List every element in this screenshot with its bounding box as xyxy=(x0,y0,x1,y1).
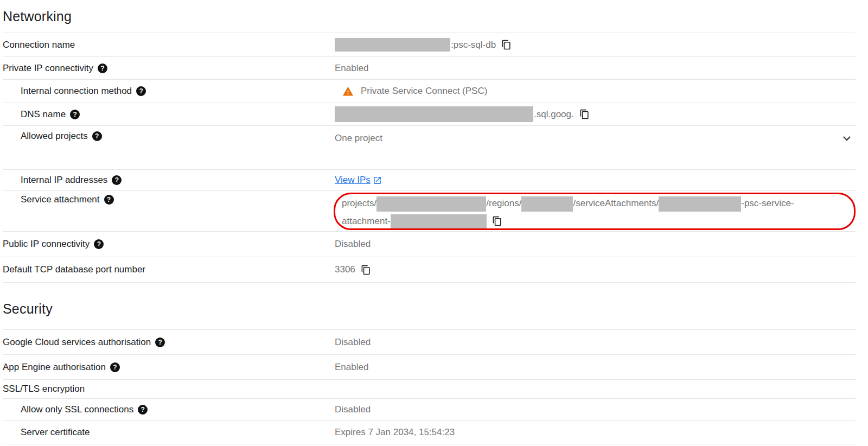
path-segment: /serviceAttachments/ xyxy=(573,198,659,208)
ssl-tls-label: SSL/TLS encryption xyxy=(3,384,85,394)
row-label: Default TCP database port number xyxy=(3,264,335,275)
gcs-auth-value: Disabled xyxy=(335,337,856,348)
redacted-project xyxy=(376,196,486,212)
row-label: Private IP connectivity ? xyxy=(3,63,335,74)
path-segment: -psc-service- xyxy=(741,198,794,208)
row-value: :psc-sql-db xyxy=(335,38,856,52)
copy-icon[interactable] xyxy=(492,216,502,226)
row-label: DNS name ? xyxy=(3,109,335,120)
path-segment: attachment- xyxy=(342,216,391,226)
help-icon[interactable]: ? xyxy=(94,239,104,249)
external-link-icon[interactable] xyxy=(373,176,382,185)
row-dns-name: DNS name ? .sql.goog. xyxy=(3,103,856,126)
connection-name-value: :psc-sql-db xyxy=(451,40,496,50)
row-internal-ip-addresses: Internal IP addresses ? View IPs xyxy=(3,170,856,191)
row-label: App Engine authorisation ? xyxy=(3,362,335,373)
port-value: 3306 xyxy=(335,264,355,275)
copy-icon[interactable] xyxy=(579,109,590,119)
section-title-security: Security xyxy=(3,300,856,317)
networking-table: Connection name :psc-sql-db Private IP c… xyxy=(3,33,856,283)
row-public-ip-connectivity: Public IP connectivity ? Disabled xyxy=(3,232,856,257)
warning-icon xyxy=(342,86,354,97)
help-icon[interactable]: ? xyxy=(112,175,122,185)
help-icon[interactable]: ? xyxy=(138,405,148,415)
row-value: View IPs xyxy=(335,175,856,186)
row-label: Google Cloud services authorisation ? xyxy=(3,337,335,348)
server-cert-label: Server certificate xyxy=(21,427,90,438)
row-allowed-projects: Allowed projects ? One project xyxy=(3,126,856,170)
help-icon[interactable]: ? xyxy=(70,110,80,119)
help-icon[interactable]: ? xyxy=(136,86,146,96)
public-ip-label: Public IP connectivity xyxy=(3,239,90,250)
redacted-attachment-name xyxy=(659,196,741,212)
help-icon[interactable]: ? xyxy=(92,131,102,141)
sql-instance-details-page: Networking Connection name :psc-sql-db P… xyxy=(0,0,868,446)
row-app-engine-authorisation: App Engine authorisation ? Enabled xyxy=(3,355,856,380)
security-table: Google Cloud services authorisation ? Di… xyxy=(3,329,856,444)
row-label: Allowed projects ? xyxy=(3,131,335,142)
row-ssl-tls-encryption: SSL/TLS encryption xyxy=(3,380,856,399)
internal-ips-label: Internal IP addresses xyxy=(21,175,107,186)
row-label: Internal connection method ? xyxy=(3,86,335,97)
row-value: Private Service Connect (PSC) xyxy=(335,86,856,97)
row-private-ip-connectivity: Private IP connectivity ? Enabled xyxy=(3,57,856,80)
row-allow-only-ssl: Allow only SSL connections ? Disabled xyxy=(3,399,856,420)
help-icon[interactable]: ? xyxy=(155,337,165,347)
row-connection-name: Connection name :psc-sql-db xyxy=(3,33,856,57)
copy-icon[interactable] xyxy=(501,40,512,50)
redacted-project-id xyxy=(335,38,450,52)
server-cert-value: Expires 7 Jan 2034, 15:54:23 xyxy=(335,427,856,438)
row-value: 3306 xyxy=(335,264,856,275)
row-service-attachment: Service attachment ? projects//regions//… xyxy=(3,191,856,232)
public-ip-value: Disabled xyxy=(335,239,856,250)
ssl-only-label: Allow only SSL connections xyxy=(21,404,133,415)
row-default-tcp-port: Default TCP database port number 3306 xyxy=(3,257,856,283)
redacted-dns-name xyxy=(335,106,533,122)
private-ip-value: Enabled xyxy=(335,63,856,74)
help-icon[interactable]: ? xyxy=(98,63,107,73)
help-icon[interactable]: ? xyxy=(104,195,114,205)
row-label: Allow only SSL connections ? xyxy=(3,404,335,415)
app-engine-label: App Engine authorisation xyxy=(3,362,106,373)
internal-method-value: Private Service Connect (PSC) xyxy=(361,86,487,97)
row-label: Service attachment ? xyxy=(3,194,335,205)
service-attachment-line2: attachment- xyxy=(342,212,794,230)
service-attachment-value: projects//regions//serviceAttachments/-p… xyxy=(335,194,794,230)
row-value: projects//regions//serviceAttachments/-p… xyxy=(335,194,856,230)
service-attachment-label: Service attachment xyxy=(21,194,100,205)
row-label: Internal IP addresses ? xyxy=(3,175,335,186)
row-value: One project xyxy=(335,131,856,146)
row-label: SSL/TLS encryption xyxy=(3,384,335,394)
row-label: Connection name xyxy=(3,40,335,50)
app-engine-value: Enabled xyxy=(335,362,856,373)
row-gcs-authorisation: Google Cloud services authorisation ? Di… xyxy=(3,330,856,355)
allowed-projects-label: Allowed projects xyxy=(21,131,88,142)
row-label: Public IP connectivity ? xyxy=(3,239,335,250)
dns-name-label: DNS name xyxy=(21,109,66,120)
private-ip-label: Private IP connectivity xyxy=(3,63,93,74)
section-title-networking: Networking xyxy=(3,8,856,25)
ssl-only-value: Disabled xyxy=(335,404,856,415)
row-value: .sql.goog. xyxy=(335,106,856,122)
path-segment: projects/ xyxy=(342,198,376,208)
port-label: Default TCP database port number xyxy=(3,264,145,275)
row-label: Server certificate xyxy=(3,427,335,438)
help-icon[interactable]: ? xyxy=(110,362,120,372)
redacted-attachment-suffix xyxy=(391,214,487,230)
chevron-down-icon[interactable] xyxy=(839,131,854,146)
row-server-certificate: Server certificate Expires 7 Jan 2034, 1… xyxy=(3,420,856,444)
internal-method-label: Internal connection method xyxy=(21,86,132,97)
view-ips-link[interactable]: View IPs xyxy=(335,175,371,186)
service-attachment-line1: projects//regions//serviceAttachments/-p… xyxy=(342,194,794,212)
dns-name-value: .sql.goog. xyxy=(534,109,574,120)
row-internal-connection-method: Internal connection method ? Private Ser… xyxy=(3,80,856,103)
copy-icon[interactable] xyxy=(361,265,371,275)
path-segment: /regions/ xyxy=(486,198,521,208)
gcs-auth-label: Google Cloud services authorisation xyxy=(3,337,151,348)
allowed-projects-value: One project xyxy=(335,133,382,144)
connection-name-label: Connection name xyxy=(3,40,75,50)
redacted-region xyxy=(521,196,573,212)
